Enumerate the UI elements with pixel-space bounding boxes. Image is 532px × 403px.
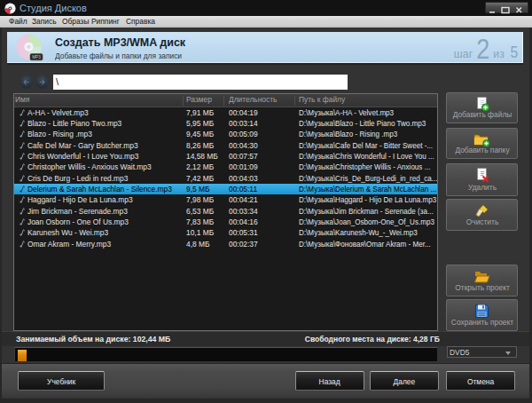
svg-text:MP3: MP3 [32, 55, 41, 59]
